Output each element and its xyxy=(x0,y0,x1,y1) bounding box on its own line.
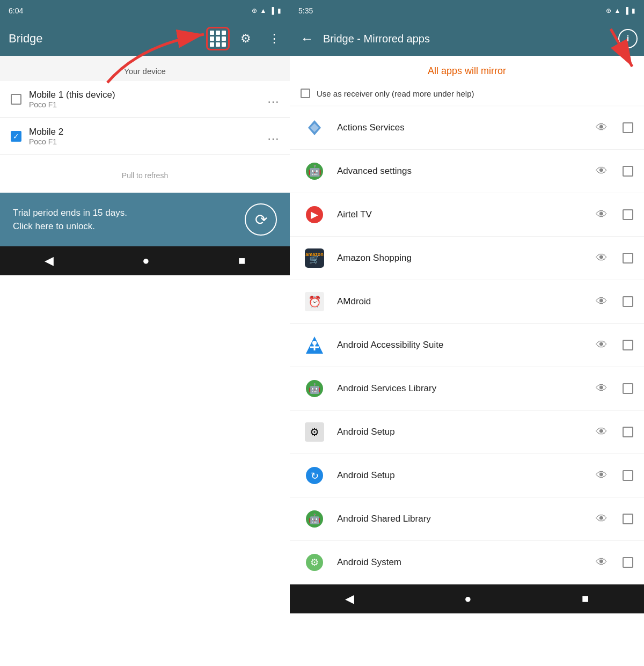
visibility-button-3[interactable]: 👁 xyxy=(596,251,608,265)
left-status-bar: 6:04 ⊕ ▲ ▐ ▮ xyxy=(0,0,290,21)
app-checkbox-6[interactable] xyxy=(623,383,633,394)
visibility-button-8[interactable]: 👁 xyxy=(596,469,608,482)
svg-text:↻: ↻ xyxy=(311,471,319,481)
home-button-right[interactable]: ● xyxy=(453,588,482,610)
receiver-checkbox[interactable] xyxy=(301,89,310,98)
app-checkbox-9[interactable] xyxy=(623,514,633,524)
visibility-button-10[interactable]: 👁 xyxy=(596,555,608,569)
battery-icon: ▮ xyxy=(277,7,281,14)
device2-checkbox[interactable]: ✓ xyxy=(11,131,21,142)
location-icon: ⊕ xyxy=(252,7,257,14)
app-icon-0 xyxy=(301,114,328,142)
svg-text:🤖: 🤖 xyxy=(308,164,321,177)
recents-button-left[interactable]: ■ xyxy=(228,250,256,272)
visibility-button-9[interactable]: 👁 xyxy=(596,512,608,526)
trial-text: Trial period ends in 15 days. Click here… xyxy=(13,206,127,233)
app-name-9: Android Shared Library xyxy=(337,514,587,524)
visibility-button-5[interactable]: 👁 xyxy=(596,338,608,352)
right-status-bar: 5:35 ⊕ ▲ ▐ ▮ xyxy=(290,0,644,21)
right-status-time: 5:35 xyxy=(298,6,313,15)
device2-info: Mobile 2 Poco F1 xyxy=(29,127,260,146)
trial-line1: Trial period ends in 15 days. xyxy=(13,206,127,220)
left-status-icons: ⊕ ▲ ▐ ▮ xyxy=(252,7,281,14)
gear-icon: ⚙ xyxy=(240,32,251,46)
back-button-left[interactable]: ◀ xyxy=(34,250,64,272)
more-options-button[interactable]: ⋮ xyxy=(262,27,286,50)
unlock-icon: ⟳ xyxy=(245,203,277,236)
svg-text:⚙: ⚙ xyxy=(310,557,319,568)
wifi-icon: ▲ xyxy=(260,7,267,14)
home-button-left[interactable]: ● xyxy=(131,250,160,272)
app-name-4: AMdroid xyxy=(337,296,587,307)
app-item: 🤖 Android Services Library 👁 xyxy=(290,367,644,411)
visibility-button-1[interactable]: 👁 xyxy=(596,164,608,178)
app-checkbox-8[interactable] xyxy=(623,470,633,481)
app-name-7: Android Setup xyxy=(337,427,587,437)
app-icon-9: 🤖 xyxy=(301,505,328,533)
recents-button-right[interactable]: ■ xyxy=(571,588,599,610)
grid-view-button[interactable] xyxy=(206,27,230,50)
app-checkbox-5[interactable] xyxy=(623,340,633,350)
back-button-right-nav[interactable]: ◀ xyxy=(334,588,365,610)
svg-text:🤖: 🤖 xyxy=(309,513,321,525)
app-icon-7: ⚙ xyxy=(301,418,328,446)
right-app-title: Bridge - Mirrored apps xyxy=(323,33,613,45)
app-item: ▶ Airtel TV 👁 xyxy=(290,193,644,237)
trial-banner[interactable]: Trial period ends in 15 days. Click here… xyxy=(0,193,290,246)
device1-checkbox[interactable] xyxy=(11,94,21,105)
svg-text:🛒: 🛒 xyxy=(309,254,320,265)
visibility-button-7[interactable]: 👁 xyxy=(596,425,608,439)
device2-more-button[interactable]: ⋯ xyxy=(267,132,279,146)
app-checkbox-4[interactable] xyxy=(623,296,633,307)
visibility-button-4[interactable]: 👁 xyxy=(596,295,608,309)
right-status-icons: ⊕ ▲ ▐ ▮ xyxy=(606,7,635,14)
device1-info: Mobile 1 (this device) Poco F1 xyxy=(29,90,260,109)
app-item: ⚙ Android Setup 👁 xyxy=(290,411,644,454)
visibility-button-6[interactable]: 👁 xyxy=(596,382,608,396)
app-checkbox-1[interactable] xyxy=(623,166,633,177)
app-checkbox-7[interactable] xyxy=(623,427,633,437)
app-name-10: Android System xyxy=(337,557,587,568)
app-icon-8: ↻ xyxy=(301,462,328,489)
app-item: 🤖 Android Shared Library 👁 xyxy=(290,497,644,541)
app-name-5: Android Accessibility Suite xyxy=(337,340,587,350)
left-panel: 6:04 ⊕ ▲ ▐ ▮ Bridge ⚙ ⋮ xyxy=(0,0,290,666)
app-checkbox-10[interactable] xyxy=(623,557,633,568)
pull-to-refresh: Pull to refresh xyxy=(0,155,290,193)
grid-icon xyxy=(210,31,226,47)
right-signal-icon: ▐ xyxy=(624,7,628,14)
apps-list: Actions Services 👁 🤖 Advanced settings 👁… xyxy=(290,106,644,584)
devices-label: Your device xyxy=(0,56,290,81)
svg-point-12 xyxy=(312,341,317,345)
app-icon-3: amazon🛒 xyxy=(301,244,328,272)
right-nav-bar: ◀ ● ■ xyxy=(290,584,644,613)
left-app-title: Bridge xyxy=(4,32,202,46)
device1-more-button[interactable]: ⋯ xyxy=(267,95,279,109)
app-checkbox-3[interactable] xyxy=(623,253,633,264)
app-checkbox-2[interactable] xyxy=(623,209,633,220)
device-card-1[interactable]: Mobile 1 (this device) Poco F1 ⋯ xyxy=(0,81,290,118)
app-icon-1: 🤖 xyxy=(301,157,328,185)
back-button-right[interactable]: ← xyxy=(296,29,318,48)
right-battery-icon: ▮ xyxy=(632,7,635,14)
mirror-header: All apps will mirror xyxy=(290,56,644,83)
visibility-button-0[interactable]: 👁 xyxy=(596,121,608,135)
svg-text:▶: ▶ xyxy=(311,209,318,220)
app-name-2: Airtel TV xyxy=(337,209,587,220)
visibility-button-2[interactable]: 👁 xyxy=(596,208,608,222)
app-checkbox-0[interactable] xyxy=(623,122,633,133)
right-wifi-icon: ▲ xyxy=(614,7,621,14)
device1-name: Mobile 1 (this device) xyxy=(29,90,260,100)
device2-name: Mobile 2 xyxy=(29,127,260,137)
receiver-text: Use as receiver only (read more under he… xyxy=(317,89,474,98)
app-item: Actions Services 👁 xyxy=(290,106,644,150)
svg-text:⚙: ⚙ xyxy=(310,426,319,438)
app-name-3: Amazon Shopping xyxy=(337,253,587,264)
device2-model: Poco F1 xyxy=(29,137,260,146)
settings-button[interactable]: ⚙ xyxy=(234,27,258,50)
info-button[interactable]: i xyxy=(618,29,638,48)
receiver-row[interactable]: Use as receiver only (read more under he… xyxy=(290,83,644,106)
app-name-0: Actions Services xyxy=(337,122,587,133)
app-icon-6: 🤖 xyxy=(301,375,328,402)
device-card-2[interactable]: ✓ Mobile 2 Poco F1 ⋯ xyxy=(0,118,290,155)
